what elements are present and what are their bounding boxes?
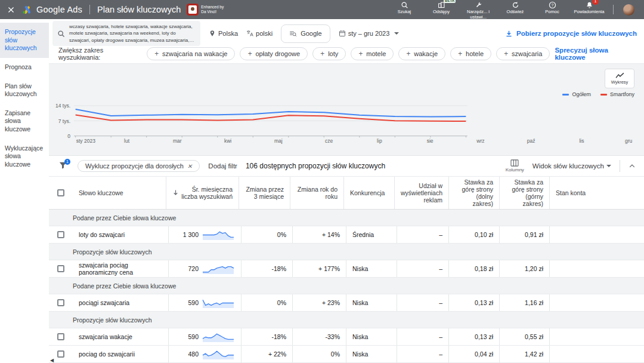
keyword-cell: pociag do szwajcarii xyxy=(73,346,168,362)
notifications-button[interactable]: 1 Powiadomienia xyxy=(572,0,606,15)
row-checkbox[interactable] xyxy=(57,350,64,358)
section-label: Podane przez Ciebie słowa kluczowe xyxy=(73,214,176,222)
row-checkbox[interactable] xyxy=(57,333,64,340)
remove-filter-icon[interactable] xyxy=(187,162,192,170)
ads-triangle-icon xyxy=(21,5,33,14)
refine-keywords-link[interactable]: Sprecyzuj słowa kluczowe xyxy=(555,47,636,61)
header-3-month-change[interactable]: Zmiana przez 3 miesiące xyxy=(239,177,290,209)
header-yoy-change[interactable]: Zmiana rok do roku xyxy=(290,177,343,209)
header-top-of-page-bid-high[interactable]: Stawka za górę strony (górny zakres) xyxy=(499,177,549,209)
account-avatar[interactable] xyxy=(623,4,634,16)
competition-cell: Średnia xyxy=(346,226,397,243)
three-month-change-cell: 0% xyxy=(241,294,292,311)
legend-item-smartfony[interactable]: Smartfony xyxy=(600,91,634,97)
row-checkbox[interactable] xyxy=(57,231,64,238)
keywords-search-input[interactable]: wczasy szwajcaria, hotele szwajcaria, wa… xyxy=(52,21,200,46)
columns-button[interactable]: Kolumny xyxy=(506,159,524,173)
ad-impression-share-cell: – xyxy=(397,328,448,345)
row-checkbox-cell xyxy=(49,260,73,277)
location-pin-icon xyxy=(209,30,216,37)
sidebar-item-propozycje[interactable]: Propozycje słów kluczowych xyxy=(0,23,49,58)
line-chart-icon xyxy=(615,72,624,79)
divider xyxy=(620,160,620,172)
x-tick-label: wrz xyxy=(476,138,484,144)
keywords-query-text: wczasy szwajcaria, hotele szwajcaria, wa… xyxy=(69,23,196,44)
search-volume-value: 590 xyxy=(188,333,199,340)
refresh-button[interactable]: Odśwież xyxy=(499,0,532,15)
sidebar-item-plan[interactable]: Plan słów kluczowych xyxy=(0,77,49,104)
header-ad-impression-share[interactable]: Udział w wyświetleniach reklam xyxy=(394,177,448,209)
header-account-status[interactable]: Stan konta xyxy=(549,177,644,209)
legend-item-ogolem[interactable]: Ogółem xyxy=(562,91,591,97)
sidebar-item-wykluczajace[interactable]: Wykluczające słowa kluczowe xyxy=(0,139,49,174)
brand-name: Google Ads xyxy=(36,5,82,14)
broaden-chip[interactable]: szwajcaria na wakacje xyxy=(147,47,235,60)
account-status-cell xyxy=(549,260,644,277)
header-competition[interactable]: Konkurencja xyxy=(343,177,394,209)
row-checkbox[interactable] xyxy=(57,265,64,272)
table-row[interactable]: loty do szwajcari1 3000%+ 14%Średnia–0,1… xyxy=(49,226,644,244)
header-top-of-page-bid-low[interactable]: Stawka za górę strony (dolny zakres) xyxy=(448,177,499,209)
avg-monthly-searches-cell: 480 xyxy=(168,346,241,362)
bid-high-cell: 0,91 zł xyxy=(499,226,549,243)
row-checkbox-cell xyxy=(49,226,73,243)
sparkline-chart xyxy=(202,263,235,275)
table-row[interactable]: szwajcaria pociąg panoramiczny cena720-1… xyxy=(49,260,644,278)
charts-button[interactable]: Wykresy xyxy=(605,69,634,88)
bid-high-cell: 1,20 zł xyxy=(499,260,549,277)
x-tick-label: maj xyxy=(274,138,283,144)
bid-low-cell: 0,10 zł xyxy=(448,226,499,243)
chevron-up-icon xyxy=(628,162,636,170)
location-selector[interactable]: Polska xyxy=(209,30,238,37)
section-label: Propozycje słów kluczowych xyxy=(73,316,151,324)
table-row[interactable]: pociag do szwajcarii480+ 22%0%Niska–0,04… xyxy=(49,346,644,363)
keyword-view-select[interactable]: Widok słów kluczowych xyxy=(532,162,611,170)
section-row: Propozycje słów kluczowych xyxy=(49,244,644,260)
three-month-change-cell: -18% xyxy=(241,260,292,277)
date-range-selector[interactable]: sty – gru 2023 xyxy=(339,30,400,37)
table-row[interactable]: szwajcaria wakacje590-18%-33%Niska–0,13 … xyxy=(49,328,644,346)
page-title: Plan słów kluczowych xyxy=(97,5,181,14)
chart-legend: Ogółem Smartfony xyxy=(562,91,634,97)
header-keyword[interactable]: Słowo kluczowe xyxy=(73,177,166,209)
account-status-cell xyxy=(549,328,644,345)
bid-high-cell: 1,42 zł xyxy=(499,346,549,362)
broaden-chip[interactable]: motele xyxy=(351,47,394,60)
plus-icon xyxy=(504,50,508,58)
active-filter-chip[interactable]: Wyklucz propozycje dla dorosłych xyxy=(78,160,200,172)
sidebar-item-zapisane[interactable]: Zapisane słowa kluczowe xyxy=(0,104,49,139)
broaden-chip[interactable]: opłaty drogowe xyxy=(240,47,308,60)
row-checkbox[interactable] xyxy=(57,299,64,306)
table-body: Podane przez Ciebie słowa kluczoweloty d… xyxy=(49,210,644,363)
filter-button[interactable]: 1 xyxy=(58,161,69,171)
x-tick-label: lut xyxy=(124,138,129,144)
account-status-cell xyxy=(549,226,644,243)
download-keyword-ideas-link[interactable]: Pobierz propozycje słów kluczowych xyxy=(505,30,637,38)
language-selector[interactable]: polski xyxy=(246,30,273,37)
broaden-chip[interactable]: szwajcaria xyxy=(496,47,550,60)
broaden-chip[interactable]: hotele xyxy=(450,47,491,60)
chevron-down-icon xyxy=(394,32,399,35)
table-row[interactable]: pociągi szwajcaria5900%+ 23%Niska–0,13 z… xyxy=(49,294,644,312)
collapse-button[interactable] xyxy=(628,162,636,170)
broaden-chip[interactable]: loty xyxy=(312,47,346,60)
help-button[interactable]: ? Pomoc xyxy=(535,0,569,15)
spacing-button[interactable]: BETA Odstępy xyxy=(425,0,458,15)
close-icon[interactable] xyxy=(0,6,21,14)
avg-monthly-searches-cell: 720 xyxy=(168,260,241,277)
broaden-chip[interactable]: wakacje xyxy=(398,47,445,60)
plus-icon xyxy=(247,50,252,58)
download-icon xyxy=(505,30,513,38)
hscroll-left-arrow[interactable]: ◀ xyxy=(50,358,54,363)
y-tick-label: 14 tys. xyxy=(52,103,70,109)
davinci-badge: Enhanced by Da Vinci! xyxy=(187,4,224,16)
tools-settings-button[interactable]: Narzędz... i ustawi... xyxy=(462,0,495,20)
header-avg-monthly-searches[interactable]: Śr. miesięczna liczba wyszukiwań xyxy=(166,177,239,209)
search-button[interactable]: Szukaj xyxy=(388,0,421,15)
bid-low-cell: 0,13 zł xyxy=(448,328,499,345)
sidebar-item-prognoza[interactable]: Prognoza xyxy=(0,58,49,77)
network-selector[interactable]: Google xyxy=(281,24,330,43)
select-all-checkbox[interactable] xyxy=(57,189,64,196)
bid-low-cell: 0,18 zł xyxy=(448,260,499,277)
add-filter-button[interactable]: Dodaj filtr xyxy=(208,162,237,170)
